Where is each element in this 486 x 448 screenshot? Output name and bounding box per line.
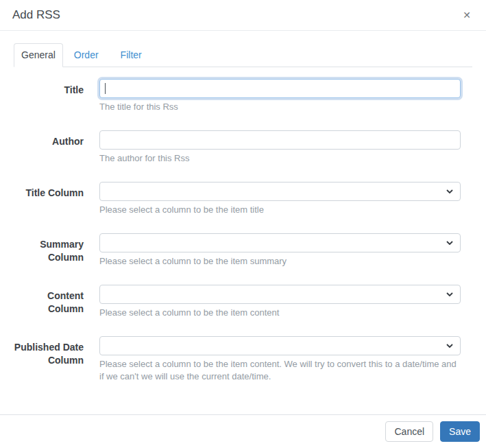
author-help-text: The author for this Rss bbox=[99, 152, 461, 165]
cancel-button[interactable]: Cancel bbox=[385, 421, 433, 442]
published-date-column-select[interactable] bbox=[99, 336, 461, 355]
tab-bar: General Order Filter bbox=[14, 43, 472, 67]
chevron-down-icon bbox=[446, 241, 453, 245]
save-button[interactable]: Save bbox=[440, 421, 480, 442]
content-column-field-col: Please select a column to be the item co… bbox=[99, 285, 461, 319]
tab-order[interactable]: Order bbox=[63, 43, 110, 67]
body-bottom-spacer bbox=[14, 383, 472, 417]
general-form: Title The title for this Rss Author The bbox=[14, 79, 472, 383]
title-help-text: The title for this Rss bbox=[99, 101, 461, 113]
published-date-column-label: Published Date Column bbox=[14, 336, 84, 383]
author-field-col: The author for this Rss bbox=[99, 130, 461, 165]
modal-body: General Order Filter Title The title for… bbox=[0, 31, 486, 417]
published-date-column-field-col: Please select a column to be the item co… bbox=[99, 336, 461, 383]
summary-column-field-col: Please select a column to be the item su… bbox=[99, 233, 461, 268]
summary-column-select[interactable] bbox=[99, 233, 461, 252]
summary-column-help-text: Please select a column to be the item su… bbox=[99, 255, 461, 268]
author-input[interactable] bbox=[99, 130, 461, 150]
text-cursor bbox=[105, 83, 106, 94]
form-row-summary-column: Summary Column Please select a column to… bbox=[14, 233, 472, 268]
title-column-label: Title Column bbox=[14, 182, 84, 216]
form-row-author: Author The author for this Rss bbox=[14, 130, 472, 165]
title-column-help-text: Please select a column to be the item ti… bbox=[99, 204, 461, 216]
tab-general[interactable]: General bbox=[14, 43, 63, 67]
summary-column-label: Summary Column bbox=[14, 233, 84, 268]
title-column-select[interactable] bbox=[99, 182, 461, 201]
chevron-down-icon bbox=[446, 189, 453, 193]
close-icon[interactable]: ✕ bbox=[460, 8, 474, 23]
form-row-title: Title The title for this Rss bbox=[14, 79, 472, 113]
author-label: Author bbox=[14, 130, 84, 165]
modal-header: Add RSS ✕ bbox=[0, 0, 486, 31]
title-input[interactable] bbox=[99, 79, 461, 98]
content-column-select[interactable] bbox=[99, 285, 461, 304]
add-rss-modal: Add RSS ✕ General Order Filter Title The… bbox=[0, 0, 486, 448]
chevron-down-icon bbox=[446, 292, 453, 296]
content-column-label: Content Column bbox=[14, 285, 84, 319]
content-column-help-text: Please select a column to be the item co… bbox=[99, 307, 461, 319]
chevron-down-icon bbox=[446, 344, 453, 348]
title-field-col: The title for this Rss bbox=[99, 79, 461, 113]
form-row-content-column: Content Column Please select a column to… bbox=[14, 285, 472, 319]
modal-title: Add RSS bbox=[12, 8, 60, 22]
tab-filter[interactable]: Filter bbox=[110, 43, 153, 67]
published-date-column-help-text: Please select a column to be the item co… bbox=[99, 358, 461, 383]
title-input-wrap bbox=[99, 79, 461, 98]
form-row-published-date-column: Published Date Column Please select a co… bbox=[14, 336, 472, 383]
author-input-wrap bbox=[99, 130, 461, 150]
modal-footer: Cancel Save bbox=[0, 414, 486, 448]
title-label: Title bbox=[14, 79, 84, 113]
form-row-title-column: Title Column Please select a column to b… bbox=[14, 182, 472, 216]
title-column-field-col: Please select a column to be the item ti… bbox=[99, 182, 461, 216]
